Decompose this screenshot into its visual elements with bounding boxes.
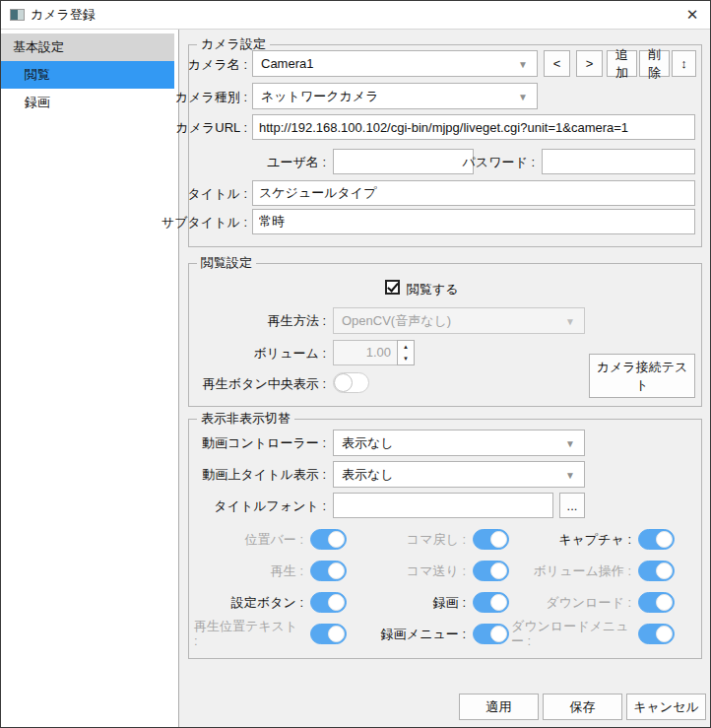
video-title-combobox[interactable]: 表示なし ▼: [333, 461, 585, 488]
toggle-knob: [490, 563, 507, 579]
camera-delete-button[interactable]: 削除: [639, 50, 670, 77]
toggle-label: キャプチャ :: [558, 532, 631, 547]
toggle-label: 録画 :: [433, 595, 466, 610]
video-controller-combobox[interactable]: 表示なし ▼: [333, 430, 585, 456]
toggle-row-play-position-text: 再生位置テキスト :: [194, 619, 349, 648]
play-method-value: OpenCV(音声なし): [342, 312, 451, 330]
chevron-down-icon: ▼: [565, 315, 575, 326]
toggle-row-volume-control: ボリューム操作 :: [511, 561, 677, 581]
toggle-label: 再生 :: [271, 563, 303, 578]
title-font-browse-button[interactable]: ...: [559, 493, 585, 518]
camera-type-combobox[interactable]: ネットワークカメラ ▼: [252, 83, 538, 109]
toggle-switch[interactable]: [473, 592, 509, 613]
toggle-row-settings-button: 設定ボタン :: [194, 592, 349, 613]
center-play-button-label: 再生ボタン中央表示 :: [188, 376, 326, 391]
toggle-label: ダウンロード :: [546, 595, 631, 610]
toggle-row-record: 録画 :: [349, 592, 511, 613]
camera-url-label: カメラURL :: [149, 120, 247, 135]
camera-next-button[interactable]: >: [576, 50, 603, 77]
camera-name-value: Camera1: [261, 56, 313, 71]
username-label: ユーザ名 :: [227, 155, 326, 169]
camera-type-label: カメラ種別 :: [149, 90, 247, 104]
chevron-down-icon: ▼: [565, 469, 575, 480]
center-play-button-toggle[interactable]: [333, 372, 369, 393]
toggle-knob: [328, 563, 345, 579]
title-font-input[interactable]: [333, 493, 553, 518]
view-settings-legend: 閲覧設定: [197, 255, 256, 271]
spin-up-icon: ▲: [403, 344, 409, 350]
video-controller-label: 動画コントローラー :: [188, 435, 326, 450]
chevron-down-icon: ▼: [518, 91, 528, 101]
chevron-down-icon: ▼: [518, 58, 528, 69]
toggle-knob: [334, 373, 353, 392]
toggle-switch[interactable]: [473, 529, 509, 550]
toggle-knob: [490, 594, 507, 611]
camera-prev-button[interactable]: <: [544, 50, 570, 77]
toggle-switch[interactable]: [310, 624, 347, 644]
toggle-label: ボリューム操作 :: [534, 563, 631, 578]
camera-reorder-button[interactable]: ↕: [672, 50, 696, 77]
toggle-row-download: ダウンロード :: [511, 592, 677, 613]
camera-registration-dialog: カメラ登録 ✕ 基本設定 閲覧 録画 カメラ設定 カメラ名 : Camera1 …: [0, 0, 711, 728]
window-title: カメラ登録: [31, 1, 96, 29]
toggle-row-position-bar: 位置バー :: [194, 529, 349, 550]
toggle-label: 位置バー :: [244, 532, 303, 547]
chevron-down-icon: ▼: [565, 437, 575, 448]
toggle-switch[interactable]: [310, 592, 347, 613]
toggle-knob: [328, 594, 345, 611]
toggle-knob: [328, 626, 345, 642]
view-checkbox[interactable]: [385, 280, 400, 295]
toggle-label: 再生位置テキスト :: [194, 619, 303, 648]
title-label: タイトル :: [149, 186, 247, 201]
toggle-row-capture: キャプチャ :: [511, 529, 677, 550]
visibility-settings-legend: 表示非表示切替: [197, 411, 294, 427]
camera-url-input[interactable]: [252, 114, 695, 140]
volume-stepper[interactable]: ▲ ▼: [397, 340, 415, 365]
volume-label: ボリューム :: [227, 346, 326, 361]
toggle-switch[interactable]: [638, 529, 675, 550]
toggle-switch[interactable]: [638, 592, 675, 613]
toggle-knob: [656, 563, 673, 579]
camera-add-button[interactable]: 追加: [607, 50, 637, 77]
play-method-label: 再生方法 :: [227, 313, 326, 328]
password-label: パスワード :: [436, 155, 535, 169]
toggle-label: ダウンロードメニュー :: [511, 619, 631, 648]
video-title-label: 動画上タイトル表示 :: [188, 467, 326, 482]
view-checkbox-label: 閲覧する: [407, 282, 495, 297]
toggle-knob: [490, 626, 507, 642]
cancel-button[interactable]: キャンセル: [626, 694, 706, 720]
toggle-label: 録画メニュー :: [381, 627, 466, 641]
toggle-switch[interactable]: [310, 561, 347, 581]
toggle-knob: [656, 626, 673, 642]
spin-down-icon: ▼: [403, 356, 409, 362]
toggle-switch[interactable]: [473, 561, 509, 581]
toggle-label: 設定ボタン :: [231, 595, 303, 610]
toggle-switch[interactable]: [638, 624, 675, 644]
toggle-knob: [656, 594, 673, 611]
camera-name-combobox[interactable]: Camera1 ▼: [252, 50, 538, 77]
toggle-knob: [656, 531, 673, 548]
toggle-switch[interactable]: [310, 529, 347, 550]
toggle-row-frame-back: コマ戻し :: [349, 529, 511, 550]
toggle-row-download-menu: ダウンロードメニュー :: [511, 619, 677, 648]
subtitle-input[interactable]: [252, 209, 695, 234]
visibility-toggle-grid: 位置バー : コマ戻し : キャプチャ : 再生 : コマ送り : ボリューム操…: [194, 523, 698, 649]
close-icon[interactable]: ✕: [675, 1, 710, 29]
toggle-switch[interactable]: [638, 561, 675, 581]
play-method-combobox[interactable]: OpenCV(音声なし) ▼: [333, 307, 585, 334]
toggle-knob: [490, 531, 507, 548]
camera-test-button[interactable]: カメラ接続テスト: [589, 354, 695, 398]
toggle-label: コマ送り :: [407, 563, 466, 578]
toggle-label: コマ戻し :: [407, 532, 466, 547]
volume-value[interactable]: 1.00: [333, 340, 398, 365]
save-button[interactable]: 保存: [543, 694, 622, 720]
video-controller-value: 表示なし: [342, 434, 394, 452]
apply-button[interactable]: 適用: [459, 694, 539, 720]
toggle-switch[interactable]: [473, 624, 509, 644]
title-font-label: タイトルフォント :: [188, 498, 326, 513]
camera-name-label: カメラ名 :: [149, 57, 247, 72]
password-input[interactable]: [542, 149, 695, 174]
title-input[interactable]: [252, 180, 695, 206]
video-title-value: 表示なし: [342, 466, 394, 484]
toggle-row-record-menu: 録画メニュー :: [349, 624, 511, 644]
